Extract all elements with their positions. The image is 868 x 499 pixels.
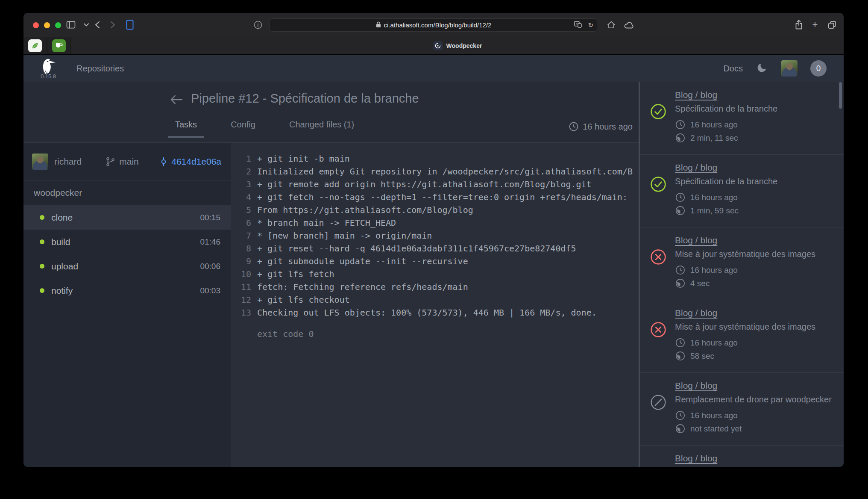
step-row[interactable]: notify 00:03 bbox=[23, 278, 231, 303]
new-tab-icon[interactable]: + bbox=[809, 20, 821, 30]
entry-time: 16 hours ago bbox=[675, 410, 832, 421]
line-text: * branch main -> FETCH_HEAD bbox=[257, 216, 396, 229]
entry-duration: 1 min, 59 sec bbox=[675, 205, 777, 216]
repo-link[interactable]: Blog / blog bbox=[675, 162, 717, 173]
pipeline-list-item[interactable]: Blog / blog Mise à jour systématique des… bbox=[640, 300, 844, 373]
chevron-down-icon[interactable] bbox=[81, 20, 92, 30]
sidebar-toggle-icon[interactable] bbox=[65, 20, 76, 30]
clock-icon bbox=[675, 337, 686, 348]
entry-time: 16 hours ago bbox=[675, 265, 815, 275]
entry-duration: 2 min, 11 sec bbox=[675, 133, 777, 143]
pinned-tab-1[interactable] bbox=[23, 37, 47, 54]
nav-repositories-link[interactable]: Repositories bbox=[76, 64, 124, 74]
pipeline-list-item[interactable]: Blog / blog Spécification de la branche … bbox=[640, 82, 844, 155]
console-line: 9 + git submodule update --init --recurs… bbox=[238, 255, 634, 268]
pipeline-list-item[interactable]: Blog / blog Spécification de la branche … bbox=[640, 155, 844, 227]
console-line: 4 + git fetch --no-tags --depth=1 --filt… bbox=[238, 191, 634, 204]
branch-label: main bbox=[106, 156, 139, 167]
woodpecker-logo[interactable]: 0.15.8 bbox=[35, 57, 62, 80]
home-icon[interactable] bbox=[606, 20, 617, 30]
pinned-tab-2[interactable] bbox=[47, 37, 70, 54]
info-icon[interactable] bbox=[252, 20, 264, 30]
commit-message: Spécification de la branche bbox=[675, 104, 777, 114]
line-text: + git lfs checkout bbox=[257, 293, 350, 306]
dark-mode-moon-icon[interactable] bbox=[756, 61, 768, 76]
step-list: clone 00:15 build 01:46 bbox=[23, 205, 231, 303]
repo-link[interactable]: Blog / blog bbox=[675, 90, 717, 100]
console-line: 11 fetch: Fetching reference refs/heads/… bbox=[238, 281, 634, 293]
duration-icon bbox=[675, 133, 686, 143]
step-success-dot bbox=[40, 215, 44, 220]
entry-duration: 4 sec bbox=[675, 278, 815, 289]
address-bar[interactable]: ci.athaliasoft.com/Blog/blog/build/12/2 … bbox=[269, 18, 598, 32]
nav-docs-link[interactable]: Docs bbox=[723, 64, 743, 74]
reload-icon[interactable]: ↻ bbox=[588, 22, 593, 28]
console-log[interactable]: 1 + git init -b main 2 Initialized empty… bbox=[231, 143, 639, 467]
line-text: Checking out LFS objects: 100% (573/573)… bbox=[257, 306, 597, 319]
author-name: richard bbox=[54, 156, 82, 167]
exit-code-label: exit code 0 bbox=[257, 328, 634, 340]
zoom-window-button[interactable] bbox=[55, 22, 61, 28]
repo-link[interactable]: Blog / blog bbox=[675, 235, 717, 245]
pipeline-list-item[interactable]: Blog / blog Mise à jour systématique des… bbox=[640, 227, 844, 300]
back-arrow-icon[interactable] bbox=[170, 93, 183, 106]
version-label: 0.15.8 bbox=[41, 73, 56, 80]
step-row[interactable]: clone 00:15 bbox=[23, 205, 231, 230]
pipeline-list-item[interactable]: Blog / blog Remplacement de drone par wo… bbox=[640, 446, 844, 467]
pipeline-tab[interactable]: Changed files (1) bbox=[282, 116, 361, 141]
user-avatar[interactable] bbox=[781, 60, 798, 77]
commit-link[interactable]: 4614d1e06a bbox=[158, 156, 221, 167]
active-tab[interactable]: Woodpecker bbox=[71, 37, 844, 54]
line-text: + git fetch --no-tags --depth=1 --filter… bbox=[257, 191, 628, 204]
failure-icon bbox=[650, 249, 666, 265]
close-window-button[interactable] bbox=[33, 22, 39, 28]
console-line: 10 + git lfs fetch bbox=[238, 268, 634, 281]
share-icon[interactable] bbox=[793, 20, 804, 30]
woodpecker-app: 0.15.8 Repositories Docs 0 Pipeline #12 … bbox=[23, 55, 844, 467]
author-avatar bbox=[32, 154, 48, 170]
steps-sidebar: richard main 4614d1e06a woodpecker bbox=[23, 143, 231, 467]
console-line: 2 Initialized empty Git repository in /w… bbox=[238, 165, 634, 178]
pipeline-tab[interactable]: Tasks bbox=[168, 116, 204, 141]
console-line: 7 * [new branch] main -> origin/main bbox=[238, 229, 634, 242]
step-success-dot bbox=[40, 264, 44, 269]
pipeline-list-item[interactable]: Blog / blog Remplacement de drone par wo… bbox=[640, 373, 844, 446]
pipeline-tab[interactable]: Config bbox=[223, 116, 263, 141]
repo-link[interactable]: Blog / blog bbox=[675, 453, 717, 464]
line-text: + git reset --hard -q 4614d1e06a3dabf311… bbox=[257, 242, 576, 255]
repo-link[interactable]: Blog / blog bbox=[675, 381, 717, 391]
line-number: 6 bbox=[238, 216, 251, 229]
skipped-icon bbox=[650, 394, 666, 410]
duration-icon bbox=[675, 351, 686, 361]
reading-list-page-icon[interactable] bbox=[124, 20, 135, 30]
tab-overview-icon[interactable] bbox=[827, 20, 838, 30]
console-lines: 1 + git init -b main 2 Initialized empty… bbox=[238, 152, 634, 319]
translate-icon[interactable]: A bbox=[574, 21, 582, 29]
browser-titlebar: ci.athaliasoft.com/Blog/blog/build/12/2 … bbox=[23, 13, 844, 37]
line-text: + git submodule update --init --recursiv… bbox=[257, 255, 468, 268]
back-icon[interactable] bbox=[92, 20, 103, 30]
console-line: 13 Checking out LFS objects: 100% (573/5… bbox=[238, 306, 634, 319]
forward-icon[interactable] bbox=[107, 20, 118, 30]
console-line: 1 + git init -b main bbox=[238, 152, 634, 165]
page-scrollbar-thumb[interactable] bbox=[839, 82, 842, 109]
clock-icon bbox=[569, 121, 579, 132]
notification-badge[interactable]: 0 bbox=[810, 60, 827, 77]
step-group-label: woodpecker bbox=[23, 180, 231, 205]
console-line: 8 + git reset --hard -q 4614d1e06a3dabf3… bbox=[238, 242, 634, 255]
pipeline-entries: Blog / blog Spécification de la branche … bbox=[640, 82, 844, 467]
console-line: 12 + git lfs checkout bbox=[238, 293, 634, 306]
line-number: 10 bbox=[238, 268, 251, 281]
line-text: * [new branch] main -> origin/main bbox=[257, 229, 432, 242]
console-line: 3 + git remote add origin https://git.at… bbox=[238, 178, 634, 191]
pipeline-header: Pipeline #12 - Spécification de la branc… bbox=[23, 82, 639, 143]
entry-time: 16 hours ago bbox=[675, 192, 777, 203]
repo-link[interactable]: Blog / blog bbox=[675, 308, 717, 318]
minimize-window-button[interactable] bbox=[44, 22, 50, 28]
entry-duration: 58 sec bbox=[675, 351, 815, 361]
cloud-icon[interactable] bbox=[623, 20, 634, 30]
step-row[interactable]: build 01:46 bbox=[23, 230, 231, 254]
step-row[interactable]: upload 00:06 bbox=[23, 254, 231, 278]
line-number: 3 bbox=[238, 178, 251, 191]
line-number: 9 bbox=[238, 255, 251, 268]
